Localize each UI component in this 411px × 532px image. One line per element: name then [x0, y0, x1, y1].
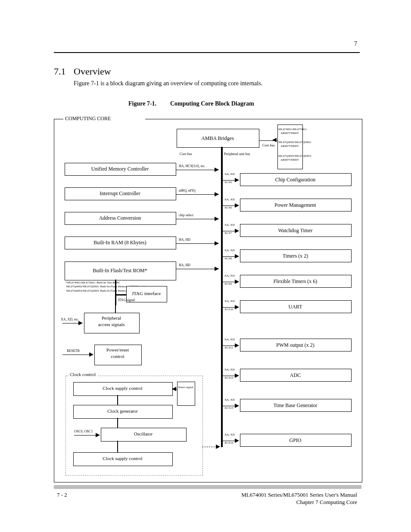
- right-sig-5a: XA, XD: [224, 299, 235, 303]
- diagram-frame-label: COMPUTING CORE: [65, 115, 111, 122]
- right-label-2: Watchdog Timer: [240, 227, 351, 234]
- figure-intro: Figure 7-1 is a block diagram giving an …: [74, 80, 262, 88]
- right-sig-9b: XCS14: [224, 441, 234, 445]
- right-sig-9a: XA, XD: [224, 433, 235, 437]
- left-label-0: Unified Memory Controller: [65, 165, 175, 172]
- right-label-6: PWM output (x 2): [240, 342, 351, 348]
- clock-group-label: Clock control: [68, 371, 97, 378]
- left-label-2: Address Conversion: [65, 215, 175, 221]
- xa-label: Peripheral access signals: [84, 315, 139, 328]
- right-label-8: Time Base Generator: [240, 402, 351, 409]
- periph-bus-note: Peripheral unit bus: [224, 152, 250, 157]
- right-sig-0a: XA, XD: [224, 172, 235, 176]
- xa-sig: XA, XD, etc.: [61, 317, 79, 322]
- clock-supply-label: Clock supply control: [73, 385, 172, 392]
- clock-gen-label: Clock generator: [73, 408, 172, 414]
- section-number: 7.1: [54, 65, 66, 78]
- left-sig-4: HA, HD: [179, 263, 190, 268]
- footer-bar: [54, 485, 361, 489]
- header-rule: [54, 52, 360, 53]
- right-label-9: GPIO: [240, 437, 351, 444]
- right-label-7: ADC: [240, 372, 351, 379]
- footer-page: 7 - 2: [57, 491, 67, 499]
- right-sig-8b: XCS13: [224, 406, 234, 410]
- osc-sig: OSC0, OSC1: [74, 429, 93, 434]
- footer-line1: ML674001 Series/ML675001 Series User's M…: [241, 491, 357, 499]
- left-label-1: Interrupt Controller: [65, 190, 175, 197]
- cpu-note: Core bus: [262, 143, 275, 148]
- right-sig-7b: XCS12: [224, 376, 234, 380]
- section-title: Overview: [74, 65, 111, 78]
- right-sig-4a: XA, XD: [224, 274, 235, 278]
- core-bus-side-note: Core bus: [180, 152, 192, 157]
- footer-line2: Chapter 7 Computing Core: [296, 498, 357, 506]
- jtag-sig: JTAG signal: [118, 298, 135, 303]
- right-sig-2a: XA, XD: [224, 223, 235, 227]
- right-sig-0b: XCS0: [224, 180, 232, 184]
- right-sig-4b: XCS9: [224, 282, 232, 286]
- figure-label: Figure 7-1.: [128, 100, 156, 108]
- right-sig-6a: XA, XD: [224, 338, 235, 342]
- right-sig-5b: XCS10: [224, 308, 234, 311]
- clock-supply-label-2: Clock supply control: [73, 455, 172, 462]
- reset-sig: RESETB: [67, 349, 80, 354]
- left-sig-1: nIRQ, nFIQ: [179, 189, 196, 193]
- left-label-4: Built-In Flash/Test ROM*: [65, 267, 175, 274]
- right-sig-7a: XA, XD: [224, 368, 235, 372]
- left-sig-3: HA, HD: [179, 238, 190, 243]
- right-label-1: Power Management: [240, 202, 351, 208]
- left-label-3: Built-In RAM (8 Kbytes): [65, 239, 175, 246]
- cpu-line3: ML67Q4003/ML67Q5003: ARM7TDMI®: [278, 154, 301, 162]
- clock-sel-label: Select signal: [177, 386, 194, 389]
- left-sig-2: chip select: [179, 213, 193, 218]
- right-sig-3b: XCS8: [224, 257, 232, 261]
- right-sig-2b: XCS7: [224, 231, 232, 235]
- right-label-4: Flexible Timers (x 6): [240, 278, 351, 285]
- right-label-0: Chip Configuration: [240, 176, 351, 183]
- right-sig-8a: XA, XD: [224, 398, 235, 402]
- oscillator-label: Oscillator: [101, 431, 186, 437]
- jtag-label: JTAG interface: [126, 290, 166, 297]
- figure-caption: Computing Core Block Diagram: [170, 100, 254, 108]
- reset-label: Power/reset control: [94, 347, 141, 360]
- right-sig-1b: XCS6: [224, 206, 232, 210]
- cpu-line2: ML67Q4002/ML67Q5002: ARM7TDMI®: [278, 140, 301, 149]
- right-label-5: UART: [240, 303, 351, 310]
- right-sig-6b: XCS11: [224, 346, 233, 350]
- right-label-3: Timers (x 2): [240, 252, 351, 259]
- right-sig-1a: XA, XD: [224, 198, 235, 202]
- right-sig-3a: XA, XD: [224, 249, 235, 252]
- amba-bridges-label: AMBA Bridges: [177, 135, 258, 142]
- cpu-line1: ML674001/ML675001: ARM7TDMI®: [278, 128, 301, 136]
- left-sig-0: HA, HCS[3:0], etc.: [179, 164, 206, 169]
- chapter-number: 7: [354, 40, 357, 48]
